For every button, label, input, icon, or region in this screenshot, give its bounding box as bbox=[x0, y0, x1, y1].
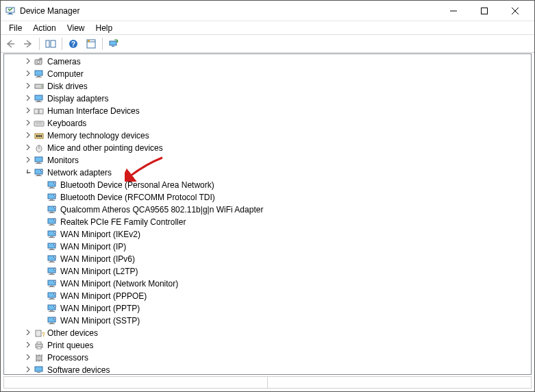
tree-category-processors[interactable]: Processors bbox=[8, 352, 531, 364]
close-button[interactable] bbox=[499, 1, 530, 21]
status-pane-right bbox=[268, 377, 531, 388]
svg-rect-89 bbox=[49, 311, 55, 312]
net-icon bbox=[47, 291, 58, 302]
tree-node-label: Mice and other pointing devices bbox=[47, 143, 163, 153]
svg-rect-1 bbox=[9, 13, 12, 14]
tree-node-label: Realtek PCIe FE Family Controller bbox=[60, 217, 186, 227]
tree-node-label: Cameras bbox=[47, 57, 81, 66]
svg-rect-48 bbox=[50, 187, 53, 188]
tree-node-label: WAN Miniport (Network Monitor) bbox=[60, 279, 178, 289]
svg-rect-93 bbox=[49, 323, 55, 324]
chevron-right-icon[interactable] bbox=[24, 353, 32, 361]
chevron-right-icon[interactable] bbox=[24, 341, 32, 349]
chevron-spacer bbox=[37, 242, 45, 250]
chevron-right-icon[interactable] bbox=[24, 365, 32, 373]
tree-node-label: Human Interface Devices bbox=[47, 106, 140, 116]
tree-device-network-1[interactable]: Bluetooth Device (RFCOMM Protocol TDI) bbox=[8, 191, 531, 204]
svg-point-25 bbox=[41, 86, 42, 87]
svg-rect-69 bbox=[49, 249, 55, 250]
tree-category-computer[interactable]: Computer bbox=[8, 68, 531, 80]
help-button[interactable]: ? bbox=[65, 36, 82, 51]
menu-action[interactable]: Action bbox=[27, 22, 61, 34]
tree-category-disk_drives[interactable]: Disk drives bbox=[8, 80, 531, 93]
minimize-button[interactable] bbox=[438, 1, 469, 21]
svg-rect-42 bbox=[36, 163, 42, 164]
tree-category-mice[interactable]: Mice and other pointing devices bbox=[8, 142, 531, 154]
menu-view[interactable]: View bbox=[62, 22, 90, 34]
forward-button[interactable] bbox=[20, 36, 36, 51]
svg-rect-60 bbox=[50, 224, 53, 225]
chevron-right-icon[interactable] bbox=[24, 69, 32, 77]
tree-category-print_queues[interactable]: Print queues bbox=[8, 339, 531, 352]
menu-help[interactable]: Help bbox=[90, 22, 119, 34]
tree-device-network-9[interactable]: WAN Miniport (PPPOE) bbox=[8, 290, 531, 302]
tree-node-label: WAN Miniport (IPv6) bbox=[60, 254, 135, 264]
chevron-right-icon[interactable] bbox=[24, 143, 32, 151]
chevron-spacer bbox=[37, 205, 45, 213]
tree-device-network-7[interactable]: WAN Miniport (L2TP) bbox=[8, 265, 531, 278]
properties-button[interactable] bbox=[83, 36, 99, 51]
menu-file[interactable]: File bbox=[3, 22, 27, 34]
chevron-right-icon[interactable] bbox=[24, 106, 32, 114]
tree-device-network-11[interactable]: WAN Miniport (SSTP) bbox=[8, 315, 531, 327]
tree-category-software_devices[interactable]: Software devices bbox=[8, 364, 531, 374]
svg-rect-30 bbox=[39, 109, 43, 114]
toolbar-separator bbox=[102, 38, 103, 50]
svg-rect-52 bbox=[50, 199, 53, 200]
svg-point-74 bbox=[54, 256, 56, 258]
chevron-down-icon[interactable] bbox=[24, 168, 32, 176]
chevron-right-icon[interactable] bbox=[24, 94, 32, 102]
back-button[interactable] bbox=[2, 36, 18, 51]
maximize-button[interactable] bbox=[469, 1, 499, 21]
chevron-right-icon[interactable] bbox=[24, 82, 32, 90]
scan-hardware-button[interactable] bbox=[105, 36, 122, 51]
chevron-spacer bbox=[37, 193, 45, 201]
svg-rect-80 bbox=[50, 286, 53, 286]
net-icon bbox=[47, 315, 58, 326]
tree-category-network-adapters[interactable]: Network adapters bbox=[8, 167, 531, 179]
svg-point-86 bbox=[54, 293, 56, 295]
chevron-right-icon[interactable] bbox=[24, 156, 32, 164]
device-tree[interactable]: CamerasComputerDisk drivesDisplay adapte… bbox=[4, 54, 531, 374]
svg-rect-81 bbox=[49, 286, 55, 287]
tree-category-display_adapters[interactable]: Display adapters bbox=[8, 93, 531, 105]
tree-device-network-10[interactable]: WAN Miniport (PPTP) bbox=[8, 302, 531, 315]
svg-point-66 bbox=[54, 232, 56, 234]
svg-rect-28 bbox=[36, 101, 42, 102]
tree-category-other_devices[interactable]: ?Other devices bbox=[8, 327, 531, 339]
tree-device-network-3[interactable]: Realtek PCIe FE Family Controller bbox=[8, 216, 531, 228]
tree-device-network-0[interactable]: Bluetooth Device (Personal Area Network) bbox=[8, 179, 531, 191]
tree-category-cameras[interactable]: Cameras bbox=[8, 56, 531, 68]
chevron-spacer bbox=[37, 267, 45, 275]
tree-device-network-6[interactable]: WAN Miniport (IPv6) bbox=[8, 253, 531, 265]
svg-rect-17 bbox=[112, 46, 114, 47]
tree-device-network-4[interactable]: WAN Miniport (IKEv2) bbox=[8, 228, 531, 241]
menubar: File Action View Help bbox=[1, 21, 534, 35]
tree-category-keyboards[interactable]: Keyboards bbox=[8, 117, 531, 130]
chevron-right-icon[interactable] bbox=[24, 131, 32, 139]
chevron-right-icon[interactable] bbox=[24, 328, 32, 336]
svg-rect-45 bbox=[36, 175, 42, 176]
tree-node-label: Print queues bbox=[47, 341, 93, 350]
chevron-spacer bbox=[37, 180, 45, 188]
tree-category-monitors[interactable]: Monitors bbox=[8, 154, 531, 167]
tree-node-label: WAN Miniport (IKEv2) bbox=[60, 230, 140, 239]
svg-rect-26 bbox=[35, 95, 42, 100]
tree-node-label: Bluetooth Device (Personal Area Network) bbox=[60, 180, 214, 190]
other-icon: ? bbox=[34, 328, 45, 339]
svg-rect-15 bbox=[88, 40, 90, 42]
svg-rect-16 bbox=[110, 41, 116, 45]
tree-device-network-5[interactable]: WAN Miniport (IP) bbox=[8, 241, 531, 253]
tree-node-label: Keyboards bbox=[47, 119, 86, 128]
net-icon bbox=[47, 303, 58, 314]
chevron-right-icon[interactable] bbox=[24, 119, 32, 127]
tree-node-label: Display adapters bbox=[47, 94, 108, 103]
tree-category-memory_tech[interactable]: Memory technology devices bbox=[8, 130, 531, 142]
tree-node-label: Monitors bbox=[47, 156, 79, 165]
chevron-right-icon[interactable] bbox=[24, 57, 32, 65]
tree-category-hid[interactable]: Human Interface Devices bbox=[8, 105, 531, 117]
chevron-spacer bbox=[37, 291, 45, 299]
show-hide-console-tree-button[interactable] bbox=[42, 36, 59, 51]
tree-device-network-8[interactable]: WAN Miniport (Network Monitor) bbox=[8, 278, 531, 290]
tree-device-network-2[interactable]: Qualcomm Atheros QCA9565 802.11b|g|n WiF… bbox=[8, 204, 531, 216]
